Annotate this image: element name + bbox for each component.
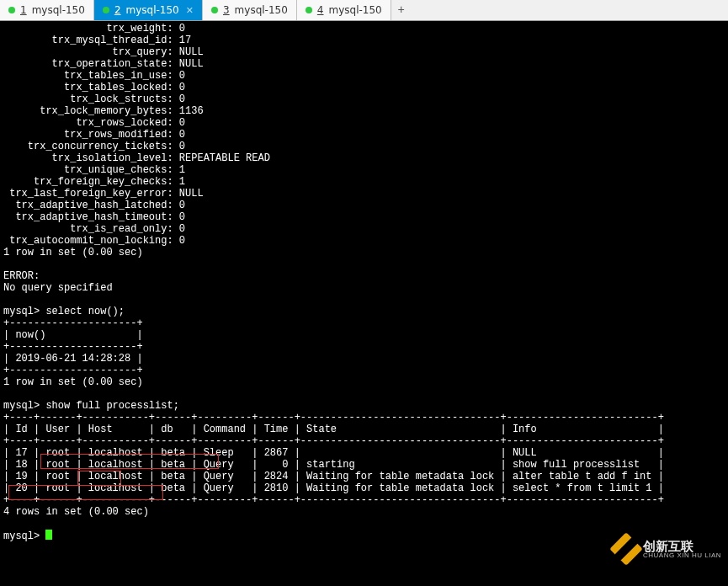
tab-3[interactable]: 3mysql-150 — [203, 0, 297, 20]
add-tab-button[interactable]: + — [391, 0, 412, 20]
watermark-logo-icon — [609, 532, 643, 566]
status-dot-icon — [211, 7, 218, 13]
status-dot-icon — [103, 7, 109, 13]
tab-number: 4 — [317, 4, 324, 16]
tab-label: mysql-150 — [235, 4, 288, 16]
tab-number: 3 — [223, 4, 230, 16]
watermark-en: CHUANG XIN HU LIAN — [643, 552, 721, 559]
tab-number: 2 — [114, 4, 121, 16]
status-dot-icon — [306, 7, 312, 13]
tab-bar: 1mysql-150 2mysql-150✕ 3mysql-150 4mysql… — [0, 0, 728, 21]
tab-label: mysql-150 — [328, 4, 381, 16]
tab-2[interactable]: 2mysql-150✕ — [94, 0, 203, 20]
tab-number: 1 — [20, 4, 27, 16]
cursor — [45, 530, 52, 540]
close-icon[interactable]: ✕ — [186, 5, 194, 16]
tab-1[interactable]: 1mysql-150 — [0, 0, 94, 20]
tab-label: mysql-150 — [126, 4, 179, 16]
watermark-cn: 创新互联 — [643, 540, 721, 552]
watermark: 创新互联 CHUANG XIN HU LIAN — [614, 537, 721, 561]
tab-4[interactable]: 4mysql-150 — [297, 0, 391, 20]
terminal-output[interactable]: trx_weight: 0 trx_mysql_thread_id: 17 tr… — [0, 21, 728, 544]
tab-label: mysql-150 — [32, 4, 85, 16]
status-dot-icon — [8, 7, 15, 13]
